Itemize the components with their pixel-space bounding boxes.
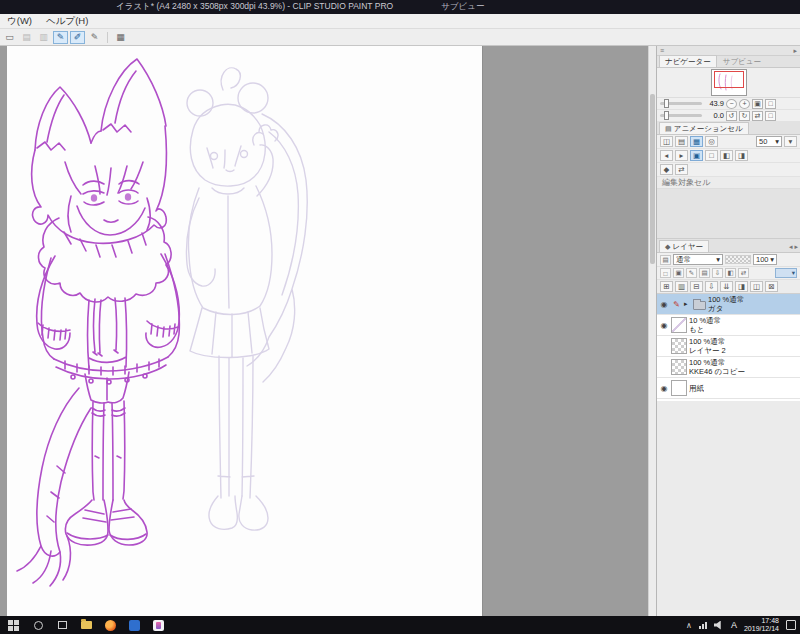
menu-window[interactable]: ウ(W) bbox=[0, 15, 39, 28]
zoom-in-icon[interactable]: + bbox=[739, 99, 750, 109]
delete-layer-icon[interactable]: ⊠ bbox=[765, 281, 778, 292]
visibility-eye-icon[interactable]: ◉ bbox=[659, 300, 669, 309]
ruler-icon[interactable]: ⇄ bbox=[738, 268, 749, 278]
character-face bbox=[77, 181, 145, 235]
layer-row-moto[interactable]: ◉ 10 %通常 もと bbox=[657, 315, 800, 336]
folder-expand-icon[interactable]: ▸ bbox=[684, 300, 691, 308]
dock-menu-icon[interactable]: ≡ bbox=[660, 47, 664, 54]
lock-layer-icon[interactable]: □ bbox=[660, 268, 671, 278]
zoom-slider-handle[interactable] bbox=[664, 99, 669, 108]
action-center-icon[interactable] bbox=[786, 620, 796, 630]
pen-tool-icon[interactable]: ✎ bbox=[53, 31, 68, 44]
selection-marquee-icon[interactable]: ▭ bbox=[2, 31, 17, 44]
snap-grid-icon[interactable]: ▥ bbox=[36, 31, 51, 44]
new-raster-layer-icon[interactable]: ⊞ bbox=[660, 281, 673, 292]
layer-row-layer2[interactable]: 100 %通常 レイヤー 2 bbox=[657, 336, 800, 357]
clip-studio-button[interactable] bbox=[146, 616, 170, 634]
navigator-view-frame[interactable] bbox=[714, 71, 744, 88]
tab-navigator[interactable]: ナビゲーター bbox=[659, 55, 717, 67]
actual-size-icon[interactable]: □ bbox=[765, 99, 776, 109]
canvas-vertical-scrollbar[interactable] bbox=[648, 46, 656, 616]
start-button[interactable] bbox=[0, 616, 26, 634]
half-tone-prev-icon[interactable]: ◧ bbox=[720, 150, 733, 161]
curve-tool-icon[interactable]: ✐ bbox=[70, 31, 85, 44]
flip-horizontal-icon[interactable]: ⇄ bbox=[752, 111, 763, 121]
more-options-icon[interactable]: ▾ bbox=[784, 136, 797, 147]
prev-cel-icon[interactable]: ◂ bbox=[660, 150, 673, 161]
network-icon[interactable] bbox=[699, 622, 707, 629]
system-tray: ∧ A 17:48 2019/12/14 bbox=[686, 617, 800, 633]
firefox-button[interactable] bbox=[98, 616, 122, 634]
hidden-icons-chevron[interactable]: ∧ bbox=[686, 621, 692, 630]
new-folder-icon[interactable]: ⊟ bbox=[690, 281, 703, 292]
draft-layer-icon[interactable]: ✎ bbox=[686, 268, 697, 278]
layer-mask-icon[interactable]: ◧ bbox=[725, 268, 736, 278]
cel-rows-icon[interactable]: ▤ bbox=[675, 136, 688, 147]
rotate-slider[interactable] bbox=[660, 114, 702, 117]
canvas-pasteboard[interactable] bbox=[0, 46, 648, 616]
reference-layer-icon[interactable]: ▤ bbox=[699, 268, 710, 278]
tab-animation-cel[interactable]: ▤ アニメーションセル bbox=[659, 122, 749, 134]
clip-below-icon[interactable]: ⇩ bbox=[712, 268, 723, 278]
grid-toggle-icon[interactable]: ▦ bbox=[113, 31, 128, 44]
snap-ruler-icon[interactable]: ▤ bbox=[19, 31, 34, 44]
navigator-thumbnail[interactable] bbox=[711, 69, 747, 96]
cortana-button[interactable] bbox=[26, 616, 50, 634]
scrollbar-thumb[interactable] bbox=[650, 94, 655, 264]
zoom-slider[interactable] bbox=[660, 102, 702, 105]
layer-row-kke46-copy[interactable]: 100 %通常 KKE46 のコピー bbox=[657, 357, 800, 378]
rotate-slider-handle[interactable] bbox=[664, 111, 669, 120]
visibility-eye-icon[interactable]: ◉ bbox=[659, 321, 669, 330]
title-bar[interactable]: イラスト* (A4 2480 x 3508px 300dpi 43.9%) - … bbox=[0, 0, 800, 14]
light-table-icon[interactable]: ◫ bbox=[660, 136, 673, 147]
layer-tab-left-icon[interactable]: ◂ bbox=[789, 243, 793, 251]
cel-color-icon[interactable]: ◆ bbox=[660, 164, 673, 175]
new-vector-layer-icon[interactable]: ▥ bbox=[675, 281, 688, 292]
reset-view-icon[interactable]: □ bbox=[765, 111, 776, 121]
next-cel-icon[interactable]: ▸ bbox=[675, 150, 688, 161]
enable-light-table-icon[interactable]: ▦ bbox=[690, 136, 703, 147]
app-blue-button[interactable] bbox=[122, 616, 146, 634]
navigator-zoom-row: 43.9 − + ▣ □ bbox=[657, 98, 800, 110]
tab-subview[interactable]: サブビュー bbox=[717, 55, 767, 67]
rotate-left-icon[interactable]: ↺ bbox=[726, 111, 737, 121]
right-palette-dock: ≡ ▸ ナビゲーター サブビュー bbox=[656, 46, 800, 616]
character-shorts-legs bbox=[85, 372, 129, 500]
navigator-preview[interactable] bbox=[657, 68, 800, 98]
blank-cel-icon[interactable]: □ bbox=[705, 150, 718, 161]
dock-collapse-icon[interactable]: ▸ bbox=[793, 47, 797, 55]
layer-text: 100 %通常 ガタ bbox=[708, 295, 744, 313]
transfer-down-icon[interactable]: ⇩ bbox=[705, 281, 718, 292]
register-cel-icon[interactable]: ▣ bbox=[690, 150, 703, 161]
rotate-right-icon[interactable]: ↻ bbox=[739, 111, 750, 121]
ime-indicator[interactable]: A bbox=[731, 620, 737, 630]
layer-row-gata[interactable]: ◉ ✎ ▸ 100 %通常 ガタ bbox=[657, 294, 800, 315]
blend-mode-select[interactable]: 通常 ▾ bbox=[673, 254, 723, 265]
file-explorer-button[interactable] bbox=[74, 616, 98, 634]
onion-skin-icon[interactable]: ◎ bbox=[705, 136, 718, 147]
task-view-button[interactable] bbox=[50, 616, 74, 634]
merge-down-icon[interactable]: ⇊ bbox=[720, 281, 733, 292]
fit-to-window-icon[interactable]: ▣ bbox=[752, 99, 763, 109]
menu-help[interactable]: ヘルプ(H) bbox=[39, 15, 95, 28]
canvas-page[interactable] bbox=[7, 46, 483, 616]
lock-transparent-icon[interactable]: ▣ bbox=[673, 268, 684, 278]
menu-bar: ウ(W) ヘルプ(H) bbox=[0, 14, 800, 29]
apply-mask-icon[interactable]: ◫ bbox=[750, 281, 763, 292]
tab-layer[interactable]: ◆ レイヤー bbox=[659, 240, 709, 252]
visibility-eye-icon[interactable]: ◉ bbox=[659, 384, 669, 393]
character-jacket bbox=[41, 254, 179, 384]
light-table-opacity-field[interactable]: 50 ▾ bbox=[756, 136, 782, 147]
create-mask-icon[interactable]: ◨ bbox=[735, 281, 748, 292]
layer-opacity-field[interactable]: 100 ▾ bbox=[753, 254, 777, 265]
layer-color-combo[interactable]: ▾ bbox=[775, 268, 797, 278]
layer-tab-right-icon[interactable]: ▸ bbox=[794, 243, 798, 251]
zoom-out-icon[interactable]: − bbox=[726, 99, 737, 109]
canvas-drawing[interactable] bbox=[7, 46, 483, 616]
layer-row-paper[interactable]: ◉ 用紙 bbox=[657, 378, 800, 399]
speaker-icon[interactable] bbox=[714, 621, 724, 630]
brush-tool-icon[interactable]: ✎ bbox=[87, 31, 102, 44]
half-tone-next-icon[interactable]: ◨ bbox=[735, 150, 748, 161]
taskbar-clock[interactable]: 17:48 2019/12/14 bbox=[744, 617, 779, 633]
swap-cel-icon[interactable]: ⇄ bbox=[675, 164, 688, 175]
